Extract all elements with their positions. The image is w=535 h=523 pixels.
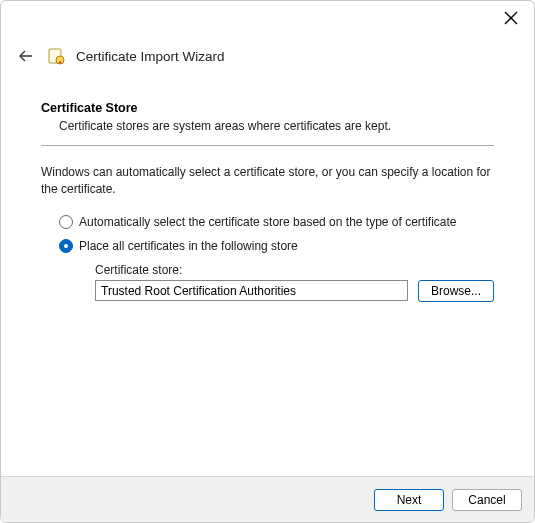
store-label: Certificate store:: [95, 263, 494, 277]
content-area: Certificate Store Certificate stores are…: [41, 101, 494, 302]
next-button[interactable]: Next: [374, 489, 444, 511]
cancel-button[interactable]: Cancel: [452, 489, 522, 511]
certificate-store-input[interactable]: [95, 280, 408, 301]
footer: Next Cancel: [1, 476, 534, 522]
section-description: Certificate stores are system areas wher…: [59, 119, 494, 133]
back-arrow-icon: [16, 46, 36, 66]
close-icon: [504, 11, 518, 25]
back-button[interactable]: [16, 46, 36, 66]
store-input-row: Browse...: [95, 280, 494, 302]
close-button[interactable]: [504, 11, 520, 27]
header: Certificate Import Wizard: [16, 41, 519, 71]
radio-group: Automatically select the certificate sto…: [59, 215, 494, 302]
section-divider: [41, 145, 494, 146]
radio-place-label: Place all certificates in the following …: [79, 239, 298, 253]
radio-auto-select[interactable]: Automatically select the certificate sto…: [59, 215, 494, 229]
browse-button[interactable]: Browse...: [418, 280, 494, 302]
radio-place-store[interactable]: Place all certificates in the following …: [59, 239, 494, 253]
section-title: Certificate Store: [41, 101, 494, 115]
store-row: Certificate store: Browse...: [95, 263, 494, 302]
certificate-wizard-icon: [46, 46, 66, 66]
body-text: Windows can automatically select a certi…: [41, 164, 494, 199]
radio-icon-selected: [59, 239, 73, 253]
radio-auto-label: Automatically select the certificate sto…: [79, 215, 457, 229]
page-title: Certificate Import Wizard: [76, 49, 225, 64]
radio-icon-unselected: [59, 215, 73, 229]
